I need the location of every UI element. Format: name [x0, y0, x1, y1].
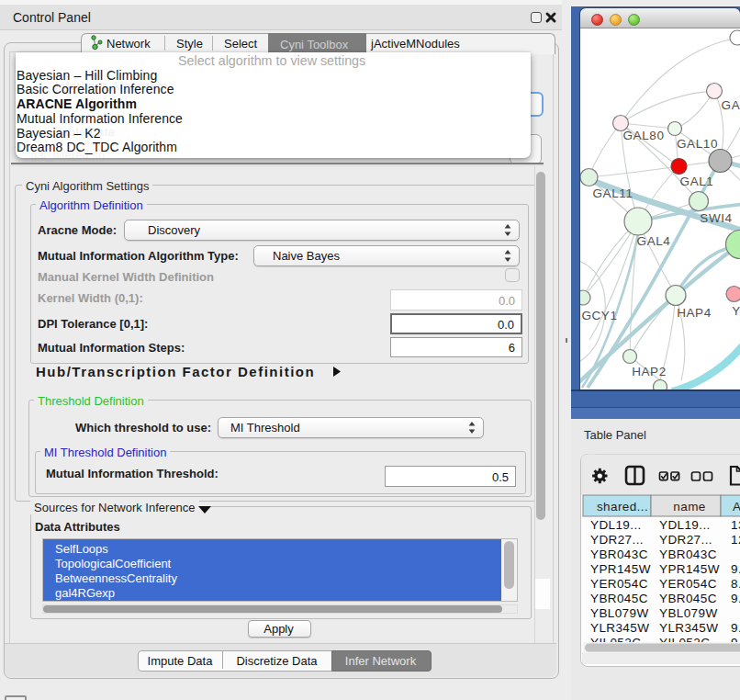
svg-text:8.: 8.	[731, 577, 740, 591]
svg-text:GAL80: GAL80	[622, 129, 664, 142]
svg-text:GAL10: GAL10	[677, 137, 718, 151]
svg-text:YPR145W: YPR145W	[659, 562, 720, 576]
svg-text:YDR27...: YDR27...	[590, 533, 644, 547]
svg-text:YDL19...: YDL19...	[659, 518, 711, 532]
svg-text:YBR045C: YBR045C	[590, 592, 648, 605]
svg-text:YBL079W: YBL079W	[590, 606, 649, 620]
svg-text:12: 12	[731, 533, 740, 547]
svg-text:9.: 9.	[731, 621, 740, 635]
svg-text:SWI4: SWI4	[700, 211, 732, 225]
svg-text:YBR043C: YBR043C	[590, 548, 648, 561]
svg-text:HAP4: HAP4	[677, 306, 712, 320]
svg-text:YER054C: YER054C	[590, 577, 648, 591]
svg-text:YBL079W: YBL079W	[659, 606, 718, 620]
svg-text:13: 13	[731, 518, 740, 532]
svg-text:GCY1: GCY1	[581, 309, 617, 322]
svg-text:YM: YM	[732, 304, 740, 318]
svg-text:GAL11: GAL11	[592, 186, 633, 200]
svg-text:YER054C: YER054C	[659, 577, 717, 591]
svg-text:YBR043C: YBR043C	[659, 548, 717, 561]
svg-text:GAL7: GAL7	[722, 98, 740, 112]
svg-text:GAL1: GAL1	[680, 175, 714, 188]
svg-text:YDR27...: YDR27...	[659, 533, 712, 547]
svg-text:shared...: shared...	[597, 500, 648, 514]
svg-text:YBR045C: YBR045C	[659, 592, 717, 605]
svg-text:YDL19...: YDL19...	[590, 518, 642, 532]
svg-text:name: name	[673, 500, 705, 514]
svg-text:YLR345W: YLR345W	[659, 621, 718, 635]
svg-text:A: A	[733, 500, 740, 514]
svg-text:GAL4: GAL4	[637, 234, 671, 248]
svg-text:YLR345W: YLR345W	[590, 621, 649, 635]
svg-text:HAP2: HAP2	[632, 365, 667, 378]
svg-text:9.: 9.	[731, 562, 740, 576]
svg-text:YPR145W: YPR145W	[590, 562, 651, 576]
svg-text:9.: 9.	[731, 592, 740, 605]
